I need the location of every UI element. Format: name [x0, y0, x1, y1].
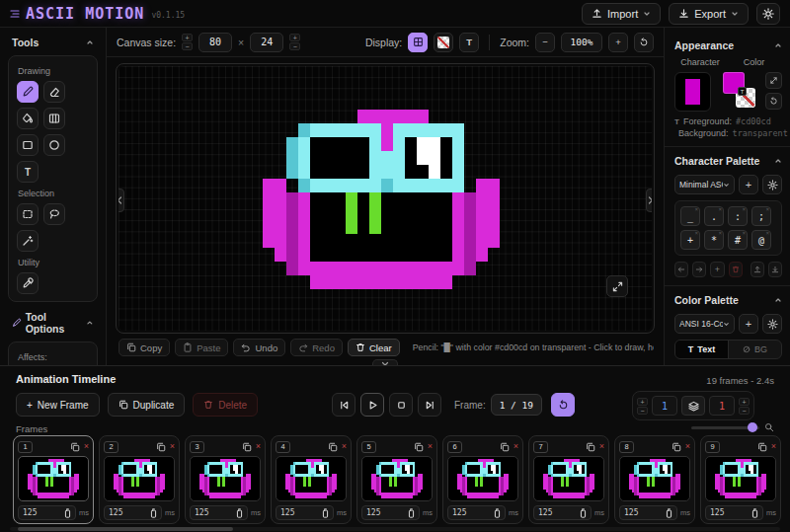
add-character-palette-button[interactable]: + — [739, 175, 758, 194]
stepper-down-button[interactable]: − — [637, 407, 648, 415]
drawing-canvas[interactable] — [118, 66, 652, 331]
loop-toggle-button[interactable] — [551, 393, 575, 417]
delete-frame-icon[interactable]: × — [514, 442, 518, 451]
duplicate-frame-icon[interactable] — [757, 442, 767, 452]
duplicate-frame-icon[interactable] — [500, 442, 510, 452]
zoom-out-button[interactable]: − — [535, 33, 555, 52]
duplicate-frame-icon[interactable] — [70, 442, 80, 452]
frame-duration-input[interactable]: 125 — [533, 505, 592, 520]
stepper-up-button[interactable]: + — [739, 398, 750, 406]
frame-card[interactable]: 5×125ms — [356, 435, 437, 524]
duplicate-frame-icon[interactable] — [156, 442, 166, 452]
delete-frame-button[interactable]: Delete — [193, 393, 258, 417]
frame-card[interactable]: 2×125ms — [99, 435, 180, 524]
copy-button[interactable]: Copy — [118, 339, 170, 356]
duplicate-frame-icon[interactable] — [242, 442, 252, 452]
redo-button[interactable]: Redo — [290, 339, 343, 356]
duplicate-frame-button[interactable]: Duplicate — [108, 393, 186, 417]
stepper-down-button[interactable]: − — [182, 42, 193, 50]
frame-card[interactable]: 6×125ms — [442, 435, 523, 524]
delete-frame-icon[interactable]: × — [428, 442, 433, 451]
remove-character-button[interactable] — [729, 262, 743, 277]
text-color-tab[interactable]: T Text — [675, 341, 729, 358]
transparency-display-toggle[interactable] — [434, 33, 453, 52]
slider-knob[interactable] — [748, 422, 757, 432]
character-palette-settings-button[interactable] — [762, 175, 782, 194]
frame-card[interactable]: 8×125ms — [614, 435, 695, 524]
character-palette-preset-dropdown[interactable]: Minimal ASC — [674, 175, 735, 194]
scrollbar-thumb[interactable] — [18, 527, 233, 531]
frame-card[interactable]: 7×125ms — [528, 435, 609, 524]
export-palette-button[interactable] — [768, 262, 782, 277]
previous-character-button[interactable] — [674, 262, 688, 277]
rectangle-tool-button[interactable] — [17, 134, 39, 156]
import-palette-button[interactable] — [750, 262, 764, 277]
zoom-in-button[interactable]: + — [608, 33, 628, 52]
stepper-up-button[interactable]: + — [289, 34, 300, 41]
play-button[interactable] — [360, 393, 384, 417]
canvas-scroll-right-button[interactable] — [646, 189, 652, 212]
remove-character-icon[interactable]: × — [718, 230, 722, 236]
pencil-tool-button[interactable] — [17, 81, 39, 103]
onion-next-count[interactable]: 1 — [709, 396, 735, 416]
grid-display-toggle[interactable] — [408, 33, 428, 52]
first-frame-button[interactable] — [332, 393, 356, 417]
add-character-button[interactable]: + — [710, 262, 724, 277]
gradient-fill-tool-button[interactable] — [43, 108, 65, 129]
stepper-down-button[interactable]: − — [289, 42, 300, 50]
frame-duration-input[interactable]: 125 — [361, 505, 420, 520]
next-character-button[interactable] — [692, 262, 706, 277]
frame-duration-input[interactable]: 125 — [447, 505, 506, 520]
paste-button[interactable]: Paste — [175, 339, 228, 356]
delete-frame-icon[interactable]: × — [342, 442, 347, 451]
frame-card[interactable]: 4×125ms — [271, 435, 352, 524]
duplicate-frame-icon[interactable] — [586, 442, 595, 452]
frame-duration-input[interactable]: 125 — [104, 505, 162, 520]
frame-card[interactable]: 9×125ms — [700, 435, 781, 524]
add-color-palette-button[interactable]: + — [739, 314, 758, 334]
paint-bucket-tool-button[interactable] — [17, 108, 39, 129]
frame-card[interactable]: 3×125ms — [185, 435, 266, 524]
new-frame-button[interactable]: + New Frame — [16, 393, 100, 417]
canvas-width-input[interactable]: 80 — [198, 33, 232, 52]
rectangle-select-tool-button[interactable] — [17, 203, 39, 225]
duplicate-frame-icon[interactable] — [414, 442, 424, 452]
remove-character-icon[interactable]: × — [742, 206, 746, 212]
frame-duration-input[interactable]: 125 — [190, 505, 248, 520]
onion-previous-count[interactable]: 1 — [652, 396, 677, 416]
character-palette-section-header[interactable]: Character Palette — [674, 149, 782, 173]
remove-character-icon[interactable]: × — [765, 206, 769, 212]
reset-colors-button[interactable] — [765, 93, 782, 110]
color-palette-settings-button[interactable] — [762, 314, 782, 334]
delete-frame-icon[interactable]: × — [256, 442, 261, 451]
canvas-height-input[interactable]: 24 — [250, 33, 283, 52]
frame-card[interactable]: 1×125ms — [13, 435, 94, 524]
eyedropper-tool-button[interactable] — [17, 272, 39, 294]
character-button[interactable]: ;× — [751, 206, 771, 226]
ellipse-tool-button[interactable] — [43, 134, 65, 156]
remove-character-icon[interactable]: × — [718, 206, 722, 212]
swap-colors-button[interactable] — [765, 72, 782, 89]
export-button[interactable]: Export — [669, 3, 749, 25]
character-button[interactable]: +× — [680, 230, 700, 250]
color-palette-section-header[interactable]: Color Palette — [674, 288, 782, 312]
character-button[interactable]: _× — [680, 206, 700, 226]
tools-section-header[interactable]: Tools — [0, 28, 106, 55]
stepper-up-button[interactable]: + — [182, 34, 193, 41]
last-frame-button[interactable] — [418, 393, 441, 417]
frame-duration-input[interactable]: 125 — [619, 505, 677, 520]
delete-frame-icon[interactable]: × — [771, 442, 776, 451]
remove-character-icon[interactable]: × — [765, 230, 769, 236]
foreground-color-swatch[interactable]: T — [723, 72, 745, 94]
background-color-tab[interactable]: BG — [729, 341, 781, 358]
eraser-tool-button[interactable] — [43, 81, 65, 103]
character-button[interactable]: #× — [728, 230, 748, 250]
character-display-toggle[interactable]: T — [459, 33, 479, 52]
remove-character-icon[interactable]: × — [694, 230, 698, 236]
canvas-expand-button[interactable] — [606, 275, 628, 297]
zoom-reset-button[interactable] — [634, 33, 654, 52]
duplicate-frame-icon[interactable] — [672, 442, 681, 452]
delete-frame-icon[interactable]: × — [84, 442, 89, 451]
tool-options-section-header[interactable]: Tool Options — [0, 302, 106, 342]
color-palette-preset-dropdown[interactable]: ANSI 16-Col — [674, 314, 735, 334]
